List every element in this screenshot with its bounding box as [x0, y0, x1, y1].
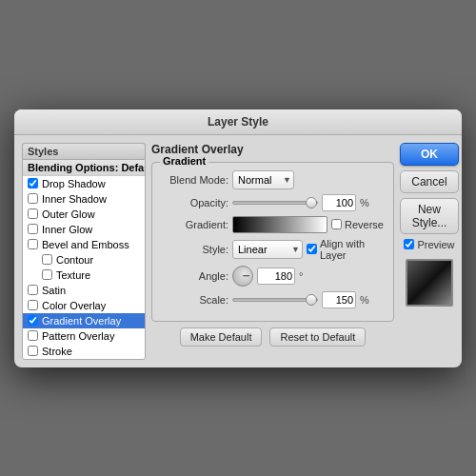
scale-slider-wrapper: % [232, 291, 369, 308]
sidebar-item-bevel-emboss[interactable]: Bevel and Emboss [23, 237, 145, 252]
sidebar-item-outer-glow[interactable]: Outer Glow [23, 207, 145, 222]
left-panel: Styles Blending Options: Default Drop Sh… [22, 143, 146, 360]
gradient-preview[interactable] [232, 216, 327, 233]
angle-dial[interactable] [232, 266, 253, 287]
sidebar-item-color-overlay[interactable]: Color Overlay [23, 298, 145, 313]
angle-field[interactable] [257, 268, 295, 285]
scale-slider[interactable] [232, 298, 318, 302]
sidebar-item-pattern-overlay[interactable]: Pattern Overlay [23, 328, 145, 344]
pattern-overlay-checkbox[interactable] [28, 330, 38, 341]
preview-checkbox[interactable] [404, 239, 414, 249]
opacity-slider-wrapper: % [232, 194, 369, 211]
new-style-button[interactable]: New Style... [400, 198, 459, 234]
color-overlay-checkbox[interactable] [28, 300, 38, 310]
preview-box [406, 259, 453, 307]
scale-row: Scale: % [162, 291, 384, 308]
blending-options-label: Blending Options: Default [28, 162, 146, 173]
reset-default-button[interactable]: Reset to Default [269, 327, 366, 347]
inner-glow-checkbox[interactable] [28, 224, 38, 234]
make-default-button[interactable]: Make Default [180, 327, 263, 347]
cancel-button[interactable]: Cancel [400, 170, 459, 193]
sidebar-item-satin[interactable]: Satin [23, 283, 145, 298]
align-layer-label[interactable]: Align with Layer [307, 238, 384, 261]
bottom-buttons: Make Default Reset to Default [151, 327, 394, 347]
opacity-slider[interactable] [232, 201, 318, 205]
sidebar-item-inner-glow[interactable]: Inner Glow [23, 222, 145, 237]
opacity-label: Opacity: [162, 197, 228, 208]
opacity-unit: % [360, 197, 369, 208]
drop-shadow-checkbox[interactable] [28, 178, 38, 188]
scale-field[interactable] [322, 291, 356, 308]
style-label: Style: [162, 244, 228, 255]
sidebar-item-drop-shadow[interactable]: Drop Shadow [23, 176, 145, 191]
contour-checkbox[interactable] [42, 254, 52, 265]
texture-checkbox[interactable] [42, 269, 52, 280]
angle-label: Angle: [162, 270, 228, 282]
dialog-body: Styles Blending Options: Default Drop Sh… [14, 135, 462, 367]
outer-glow-checkbox[interactable] [28, 208, 38, 219]
blend-mode-label: Blend Mode: [162, 174, 228, 186]
blend-mode-select[interactable]: Normal Multiply Screen Overlay [232, 170, 294, 189]
gradient-group: Gradient Blend Mode: Normal Multiply Scr… [151, 162, 394, 322]
sidebar-item-blending-options[interactable]: Blending Options: Default [23, 160, 145, 176]
title-bar: Layer Style [14, 109, 462, 135]
opacity-row: Opacity: % [162, 194, 384, 211]
group-label: Gradient [160, 155, 208, 167]
main-panel: Gradient Overlay Gradient Blend Mode: No… [151, 143, 394, 360]
styles-header: Styles [22, 143, 146, 159]
scale-label: Scale: [162, 294, 228, 306]
sidebar-item-contour[interactable]: Contour [23, 252, 145, 268]
bevel-emboss-checkbox[interactable] [28, 239, 38, 249]
gradient-row: Gradient: Reverse [162, 216, 384, 233]
sidebar-item-gradient-overlay[interactable]: Gradient Overlay [23, 313, 145, 328]
align-layer-checkbox[interactable] [307, 244, 317, 254]
gradient-overlay-checkbox[interactable] [28, 315, 38, 326]
satin-checkbox[interactable] [28, 285, 38, 295]
right-panel: OK Cancel New Style... Preview [400, 143, 459, 360]
layer-style-dialog: Layer Style Styles Blending Options: Def… [14, 109, 462, 367]
blend-mode-row: Blend Mode: Normal Multiply Screen Overl… [162, 170, 384, 189]
style-select-wrapper: Linear Radial Angle Reflected Diamond ▼ [232, 240, 303, 259]
scale-unit: % [360, 294, 369, 306]
angle-row: Angle: ° [162, 266, 384, 287]
dialog-title: Layer Style [208, 115, 268, 129]
ok-button[interactable]: OK [400, 143, 459, 166]
opacity-field[interactable] [322, 194, 356, 211]
inner-shadow-checkbox[interactable] [28, 193, 38, 204]
preview-label[interactable]: Preview [404, 239, 454, 250]
angle-unit: ° [299, 270, 303, 282]
stroke-checkbox[interactable] [28, 346, 38, 356]
style-row: Style: Linear Radial Angle Reflected Dia… [162, 238, 384, 261]
styles-list: Blending Options: Default Drop Shadow In… [22, 159, 146, 360]
reverse-label[interactable]: Reverse [331, 219, 384, 230]
blend-mode-select-wrapper: Normal Multiply Screen Overlay ▼ [232, 170, 294, 189]
gradient-label: Gradient: [162, 219, 228, 230]
reverse-checkbox[interactable] [331, 219, 342, 229]
sidebar-item-inner-shadow[interactable]: Inner Shadow [23, 191, 145, 207]
section-title: Gradient Overlay [151, 143, 394, 156]
style-select[interactable]: Linear Radial Angle Reflected Diamond [232, 240, 303, 259]
sidebar-item-stroke[interactable]: Stroke [23, 344, 145, 359]
sidebar-item-texture[interactable]: Texture [23, 268, 145, 283]
